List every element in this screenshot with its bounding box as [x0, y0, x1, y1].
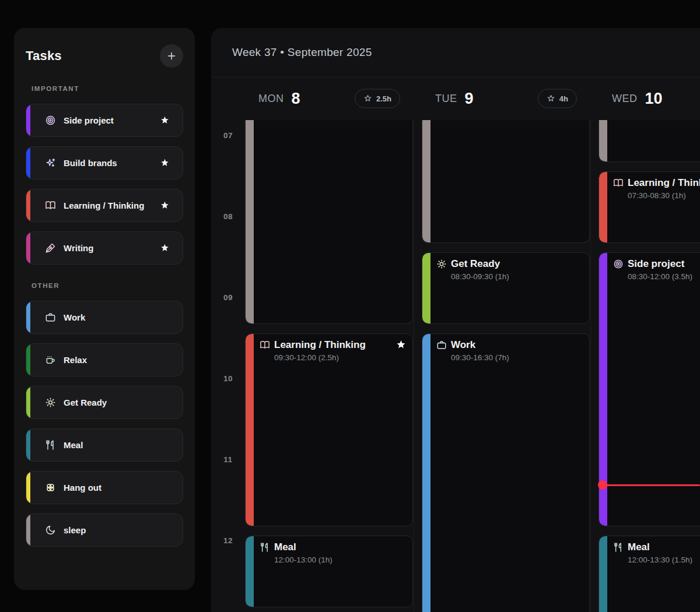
- event-time-range: 07:30-08:30 (1h): [628, 191, 700, 200]
- event-card-get-ready[interactable]: Get Ready08:30-09:30 (1h): [422, 252, 590, 324]
- sidebar-item-label: Relax: [64, 355, 87, 365]
- star-outline-icon: [547, 94, 555, 103]
- sparkles-icon: [45, 157, 56, 168]
- event-card-untitled[interactable]: [422, 120, 590, 243]
- coffee-icon: [45, 354, 56, 365]
- current-time-line: [603, 484, 700, 486]
- task-color-bar: [26, 344, 30, 376]
- calendar-grid: 070809101112Learning / Thinking09:30-12:…: [211, 119, 700, 612]
- task-color-bar: [26, 429, 30, 461]
- calendar-header: Week 37 • September 2025: [211, 28, 700, 78]
- column-separator: [590, 119, 591, 612]
- sidebar-item-learning-thinking[interactable]: Learning / Thinking: [26, 189, 183, 222]
- sidebar-item-label: Meal: [64, 440, 83, 450]
- event-time-range: 12:00-13:00 (1h): [274, 555, 407, 564]
- day-number: 9: [465, 90, 474, 108]
- event-time-range: 08:30-09:30 (1h): [451, 272, 583, 281]
- event-time-range: 12:00-13:30 (1.5h): [628, 555, 700, 564]
- task-color-bar: [26, 189, 30, 221]
- day-header-mon: MON82.5h: [245, 78, 413, 119]
- event-color-bar: [422, 253, 430, 323]
- sun-icon: [436, 259, 447, 269]
- book-icon: [260, 340, 270, 350]
- task-color-bar: [26, 514, 30, 546]
- sun-icon: [45, 397, 56, 408]
- event-title: Learning / Thinking: [628, 177, 700, 189]
- target-icon: [613, 259, 624, 269]
- hour-label: 10: [211, 374, 245, 383]
- task-color-bar: [26, 232, 30, 264]
- sidebar-item-meal[interactable]: Meal: [26, 428, 183, 462]
- sidebar-item-sleep[interactable]: sleep: [26, 513, 183, 547]
- event-body: Get Ready08:30-09:30 (1h): [422, 253, 589, 281]
- event-body: Meal12:00-13:30 (1.5h): [599, 536, 700, 564]
- hour-label: 07: [211, 131, 245, 140]
- sidebar-sections: IMPORTANTSide projectBuild brandsLearnin…: [14, 85, 195, 547]
- day-name: TUE: [435, 93, 457, 105]
- hour-label: 11: [211, 455, 245, 464]
- add-task-button[interactable]: [160, 44, 183, 68]
- flower-icon: [45, 482, 56, 493]
- event-card-meal[interactable]: Meal12:00-13:30 (1.5h): [598, 536, 700, 612]
- event-title: Side project: [628, 258, 684, 270]
- star-outline-icon: [363, 94, 372, 103]
- event-color-bar: [422, 120, 430, 242]
- column-separator: [414, 119, 414, 612]
- hour-label: 08: [211, 212, 245, 221]
- briefcase-icon: [45, 312, 56, 323]
- event-title: Meal: [628, 541, 650, 553]
- star-icon[interactable]: [160, 158, 170, 168]
- day-number: 10: [645, 90, 663, 108]
- event-title: Meal: [274, 541, 296, 553]
- event-card-work[interactable]: Work09:30-16:30 (7h): [422, 333, 590, 612]
- sidebar-item-label: Build brands: [64, 158, 117, 168]
- event-card-untitled[interactable]: [598, 120, 700, 162]
- week-title: Week 37 • September 2025: [232, 46, 372, 59]
- event-card-learning-thinking[interactable]: Learning / Thinking07:30-08:30 (1h): [598, 171, 700, 243]
- event-color-bar: [422, 334, 430, 612]
- hour-label: 12: [211, 536, 245, 545]
- target-icon: [45, 115, 56, 126]
- sidebar-item-label: Writing: [64, 243, 93, 253]
- app-window: Tasks IMPORTANTSide projectBuild brandsL…: [0, 0, 700, 612]
- sidebar-item-relax[interactable]: Relax: [26, 343, 183, 377]
- sidebar-item-label: Learning / Thinking: [64, 201, 144, 210]
- badge-value: 2.5h: [376, 94, 391, 103]
- event-card-meal[interactable]: Meal12:00-13:00 (1h): [245, 536, 413, 607]
- sidebar-item-writing[interactable]: Writing: [26, 231, 183, 265]
- event-time-range: 09:30-12:00 (2.5h): [274, 353, 407, 362]
- starred-hours-badge: 4h: [538, 89, 577, 108]
- star-icon[interactable]: [396, 339, 407, 350]
- day-header-row: MON82.5hTUE94hWED10: [211, 78, 700, 119]
- star-icon[interactable]: [160, 243, 170, 253]
- event-body: Side project08:30-12:00 (3.5h): [599, 253, 700, 281]
- book-icon: [45, 200, 56, 211]
- sidebar-item-label: Hang out: [64, 483, 102, 493]
- sidebar-item-work[interactable]: Work: [26, 301, 183, 334]
- task-color-bar: [26, 104, 30, 136]
- event-body: Learning / Thinking07:30-08:30 (1h): [599, 172, 700, 200]
- sidebar-item-get-ready[interactable]: Get Ready: [26, 386, 183, 419]
- sidebar-item-build-brands[interactable]: Build brands: [26, 146, 183, 180]
- event-color-bar: [246, 536, 254, 607]
- event-title: Get Ready: [451, 258, 500, 270]
- day-header-wed: WED10: [598, 78, 700, 119]
- starred-hours-badge: 2.5h: [355, 89, 400, 108]
- star-icon[interactable]: [160, 115, 170, 125]
- utensils-icon: [45, 439, 56, 451]
- sidebar-item-side-project[interactable]: Side project: [26, 104, 183, 137]
- calendar-panel: Week 37 • September 2025 MON82.5hTUE94hW…: [211, 28, 700, 612]
- event-body: Meal12:00-13:00 (1h): [246, 536, 412, 564]
- day-header-tue: TUE94h: [422, 78, 590, 119]
- day-name: WED: [612, 93, 638, 105]
- sidebar-title: Tasks: [26, 48, 62, 64]
- sidebar-item-label: Work: [64, 312, 85, 322]
- section-label-important: IMPORTANT: [32, 85, 195, 92]
- event-body: Learning / Thinking09:30-12:00 (2.5h): [246, 334, 412, 362]
- star-icon[interactable]: [160, 201, 170, 210]
- event-title: Work: [451, 339, 475, 351]
- task-color-bar: [26, 301, 30, 333]
- event-card-learning-thinking[interactable]: Learning / Thinking09:30-12:00 (2.5h): [245, 333, 413, 527]
- sidebar-item-hang-out[interactable]: Hang out: [26, 471, 183, 504]
- event-card-untitled[interactable]: [245, 120, 413, 324]
